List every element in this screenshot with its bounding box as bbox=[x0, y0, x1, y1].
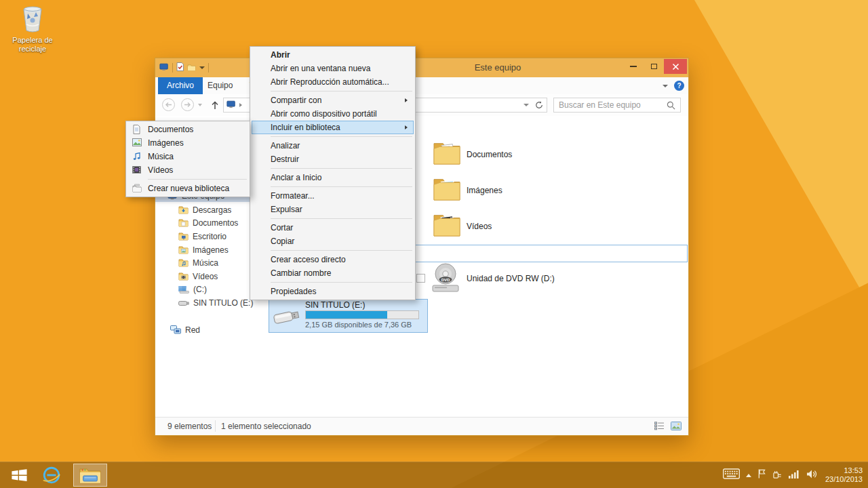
recycle-bin-label: Papelera de reciclaje bbox=[8, 36, 57, 54]
status-item-count: 9 elementos bbox=[167, 422, 212, 431]
submenu-item-label: Vídeos bbox=[148, 165, 173, 175]
computer-icon[interactable] bbox=[159, 62, 169, 74]
clock-time: 13:53 bbox=[825, 466, 863, 475]
tree-item-label: Descargas bbox=[193, 205, 231, 215]
taskbar-clock[interactable]: 13:53 23/10/2013 bbox=[825, 466, 863, 484]
thumbnails-view-button[interactable] bbox=[671, 422, 682, 432]
back-arrow-icon bbox=[165, 102, 172, 108]
quick-access-toolbar bbox=[159, 62, 209, 74]
menu-item-propiedades[interactable]: Propiedades bbox=[252, 285, 414, 298]
menu-item-label: Compartir con bbox=[271, 96, 321, 105]
tree-item-usb-drive[interactable]: SIN TITULO (E:) bbox=[155, 296, 253, 309]
menu-item-abrir[interactable]: Abrir bbox=[252, 48, 414, 62]
submenu-item-imagenes[interactable]: Imágenes bbox=[127, 136, 248, 150]
menu-item-cambiar-nombre[interactable]: Cambiar nombre bbox=[252, 266, 414, 280]
windows-logo-icon bbox=[10, 467, 28, 483]
internet-explorer-icon bbox=[41, 465, 62, 485]
ribbon-tab-row: Archivo Equipo Vista ? bbox=[155, 77, 688, 95]
new-folder-icon[interactable] bbox=[187, 62, 196, 74]
submenu-item-videos[interactable]: Vídeos bbox=[127, 163, 248, 177]
dvd-item-checkbox[interactable] bbox=[416, 274, 425, 283]
tree-item-red[interactable]: Red bbox=[155, 323, 200, 336]
menu-item-abrir-ventana-nueva[interactable]: Abrir en una ventana nueva bbox=[252, 62, 414, 75]
menu-item-cortar[interactable]: Cortar bbox=[252, 221, 414, 235]
menu-item-incluir-en-biblioteca[interactable]: Incluir en biblioteca bbox=[252, 121, 414, 134]
details-view-button[interactable] bbox=[654, 422, 665, 432]
tree-item-c-drive[interactable]: (C:) bbox=[155, 283, 207, 296]
dvd-tile[interactable]: DVD bbox=[431, 262, 460, 296]
submenu-separator bbox=[148, 179, 247, 180]
show-hidden-icons-chevron-icon[interactable] bbox=[746, 474, 751, 477]
maximize-button[interactable] bbox=[644, 59, 664, 74]
refresh-button[interactable] bbox=[532, 98, 547, 113]
menu-item-analizar[interactable]: Analizar bbox=[252, 139, 414, 152]
dvd-tile-label[interactable]: Unidad de DVD RW (D:) bbox=[467, 274, 555, 283]
folder-tile-label[interactable]: Vídeos bbox=[467, 222, 492, 231]
navigation-bar: Buscar en Este equipo bbox=[155, 94, 688, 116]
network-signal-icon[interactable] bbox=[789, 469, 800, 481]
search-input[interactable]: Buscar en Este equipo bbox=[553, 98, 681, 113]
title-bar: Este equipo bbox=[155, 58, 688, 77]
submenu-item-musica[interactable]: Música bbox=[127, 150, 248, 163]
help-icon[interactable]: ? bbox=[674, 81, 684, 91]
videos-folder-icon bbox=[178, 272, 189, 281]
start-button[interactable] bbox=[7, 466, 31, 485]
tab-archivo[interactable]: Archivo bbox=[158, 77, 203, 94]
tree-item-imagenes[interactable]: Imágenes bbox=[155, 243, 229, 256]
search-placeholder: Buscar en Este equipo bbox=[559, 100, 667, 110]
menu-item-destruir[interactable]: Destruir bbox=[252, 152, 414, 166]
file-explorer-button-active[interactable] bbox=[73, 464, 107, 487]
menu-separator bbox=[271, 186, 412, 187]
menu-separator bbox=[271, 168, 412, 169]
tree-item-videos[interactable]: Vídeos bbox=[155, 270, 218, 283]
back-button[interactable] bbox=[162, 98, 175, 111]
properties-icon[interactable] bbox=[176, 62, 184, 74]
folder-tile-videos[interactable] bbox=[433, 211, 461, 240]
action-center-flag-icon[interactable] bbox=[757, 468, 766, 482]
menu-item-expulsar[interactable]: Expulsar bbox=[252, 203, 414, 216]
tree-item-documentos[interactable]: Documentos bbox=[155, 216, 238, 229]
submenu-item-documentos[interactable]: Documentos bbox=[127, 123, 248, 136]
status-separator bbox=[215, 420, 216, 432]
menu-item-copiar[interactable]: Copiar bbox=[252, 235, 414, 248]
network-icon bbox=[170, 325, 181, 334]
maximize-icon bbox=[651, 64, 657, 69]
recent-locations-chevron-icon[interactable] bbox=[198, 104, 202, 106]
tree-item-escritorio[interactable]: Escritorio bbox=[155, 230, 226, 243]
submenu-item-crear-nueva-biblioteca[interactable]: Crear nueva biblioteca bbox=[127, 182, 248, 195]
menu-item-reproduccion-automatica[interactable]: Abrir Reproducción automática... bbox=[252, 75, 414, 89]
breadcrumb-chevron-icon[interactable] bbox=[239, 103, 242, 107]
ribbon-expand-chevron-icon[interactable] bbox=[663, 85, 668, 87]
menu-item-anclar-a-inicio[interactable]: Anclar a Inicio bbox=[252, 171, 414, 184]
tree-item-musica[interactable]: Música bbox=[155, 256, 218, 269]
up-arrow-icon bbox=[211, 101, 219, 110]
qat-customize-chevron-icon[interactable] bbox=[199, 66, 205, 69]
folder-tile-label[interactable]: Imágenes bbox=[467, 186, 502, 195]
usb-tile-selected[interactable]: SIN TITULO (E:) 2,15 GB disponibles de 7… bbox=[269, 299, 428, 333]
power-plug-icon[interactable] bbox=[772, 469, 783, 482]
tab-equipo[interactable]: Equipo bbox=[199, 77, 241, 94]
menu-item-crear-acceso-directo[interactable]: Crear acceso directo bbox=[252, 253, 414, 266]
menu-item-compartir-con[interactable]: Compartir con bbox=[252, 94, 414, 107]
usb-capacity-bar bbox=[305, 310, 419, 319]
recycle-bin[interactable]: Papelera de reciclaje bbox=[8, 5, 57, 54]
tree-item-label: Red bbox=[185, 325, 200, 335]
address-computer-icon bbox=[226, 99, 236, 111]
forward-arrow-icon bbox=[184, 102, 191, 108]
usb-drive-icon bbox=[273, 306, 301, 330]
close-button[interactable] bbox=[664, 59, 687, 74]
menu-item-dispositivo-portatil[interactable]: Abrir como dispositivo portátil bbox=[252, 107, 414, 121]
touch-keyboard-icon[interactable] bbox=[723, 468, 740, 482]
folder-tile-imagenes[interactable] bbox=[433, 176, 461, 204]
folder-tile-label[interactable]: Documentos bbox=[467, 150, 512, 159]
folder-tile-documentos[interactable] bbox=[433, 140, 461, 168]
up-button[interactable] bbox=[208, 98, 222, 112]
minimize-button[interactable] bbox=[623, 59, 644, 74]
menu-item-formatear[interactable]: Formatear... bbox=[252, 189, 414, 203]
volume-speaker-icon[interactable] bbox=[806, 469, 817, 482]
forward-button[interactable] bbox=[181, 98, 194, 111]
tree-item-descargas[interactable]: Descargas bbox=[155, 203, 231, 216]
internet-explorer-button[interactable] bbox=[39, 464, 64, 486]
address-dropdown-chevron-icon[interactable] bbox=[524, 104, 529, 106]
file-explorer-icon bbox=[79, 466, 101, 484]
